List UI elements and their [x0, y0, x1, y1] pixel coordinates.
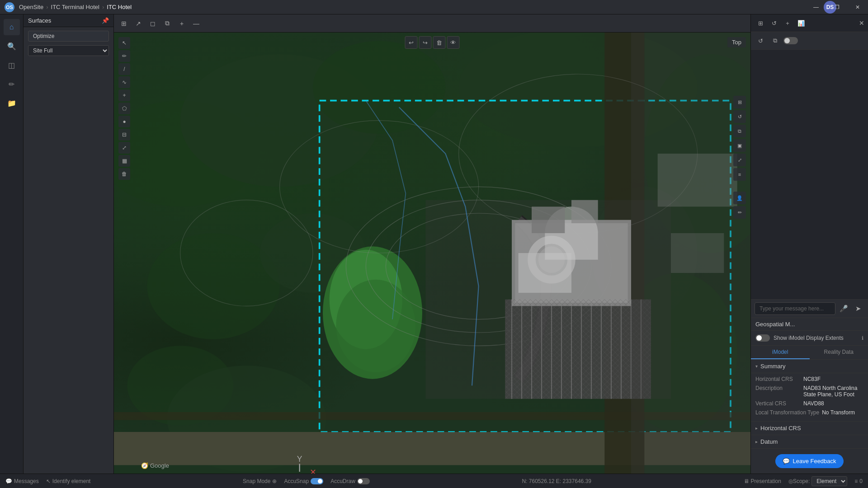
eye-btn[interactable]: 👁 — [447, 36, 460, 49]
vcrs-key: Vertical CRS — [755, 400, 801, 407]
vp-rotate-btn[interactable]: ↺ — [733, 110, 746, 123]
vp-person-btn[interactable]: 👤 — [733, 192, 746, 204]
show-extents-toggle[interactable] — [755, 334, 770, 342]
snap-icon: ⊕ — [272, 478, 277, 484]
vp-screen-btn[interactable]: ▣ — [733, 139, 746, 152]
view-label: Top — [727, 37, 746, 47]
accu-draw-label: AccuDraw — [330, 478, 355, 484]
presentation-label: Presentation — [751, 478, 781, 484]
accu-snap-toggle[interactable] — [311, 478, 323, 484]
window-controls: — ❐ ✕ — [806, 0, 868, 14]
rp-icon-grid[interactable]: ⊞ — [755, 17, 766, 29]
vp-pencil-tool[interactable]: ✏ — [118, 50, 130, 62]
breadcrumb-sep1: › — [46, 4, 48, 10]
rp-copy-btn[interactable]: ⧉ — [769, 35, 781, 47]
vp-expand-btn[interactable]: ⤢ — [733, 154, 746, 166]
svg-rect-51 — [658, 154, 737, 206]
rp-toggle[interactable] — [783, 37, 798, 44]
rp-close-btn[interactable]: ✕ — [859, 19, 864, 27]
vp-shape-tool[interactable]: ⬠ — [118, 103, 130, 114]
vp-delete-tool[interactable]: 🗑 — [118, 168, 130, 180]
sidebar-item-home[interactable]: ⌂ — [4, 19, 20, 35]
vp-expand-tool[interactable]: ⤢ — [118, 142, 130, 154]
sidebar-item-layers[interactable]: ◫ — [4, 57, 20, 73]
breadcrumb-app: OpenSite — [19, 4, 43, 10]
summary-header[interactable]: ▾ Summary — [751, 360, 868, 373]
compass-icon: 🧭 — [141, 462, 148, 469]
sidebar-item-search[interactable]: 🔍 — [4, 38, 20, 54]
restore-button[interactable]: ❐ — [826, 0, 847, 14]
tab-reality-data[interactable]: Reality Data — [810, 346, 868, 359]
vp-select-tool[interactable]: ↖ — [118, 37, 130, 49]
site-dropdown[interactable]: Site Full Site Partial Custom — [28, 45, 109, 56]
redo-btn[interactable]: ↪ — [419, 36, 432, 49]
summary-row-transform: Local Transformation Type No Transform — [755, 409, 863, 416]
vp-grid-tool[interactable]: ▦ — [118, 155, 130, 167]
geo-panel: Geospatial M... Show iModel Display Exte… — [751, 318, 868, 474]
vp-nav-btn[interactable]: ⊞ — [733, 96, 746, 108]
vp-line-tool[interactable]: / — [118, 63, 130, 75]
viewport-left-toolbar: ↖ ✏ / ∿ + ⬠ ● ⊟ ⤢ ▦ 🗑 — [118, 37, 130, 180]
toolbar-minus-btn[interactable]: — — [190, 17, 203, 30]
svg-rect-52 — [671, 233, 724, 273]
toolbar-grid-btn[interactable]: ⊞ — [118, 17, 130, 30]
sb-identify[interactable]: ↖ Identify element — [46, 478, 91, 484]
toolbar-overlap-btn[interactable]: ⧉ — [161, 17, 174, 30]
vp-list-btn[interactable]: ≡ — [733, 168, 746, 181]
vp-view-btn[interactable]: ⧉ — [733, 125, 746, 137]
toolbar-rect-btn[interactable]: ◻ — [146, 17, 159, 30]
vp-plus-tool[interactable]: + — [118, 89, 130, 101]
chat-input[interactable] — [755, 302, 835, 315]
building-overlay: Y ✕ — [114, 33, 750, 474]
app-icon: OS — [5, 2, 14, 12]
summary-chevron: ▾ — [755, 364, 758, 369]
sb-coordinates: N: 760526.12 E: 2337646.39 — [522, 478, 591, 484]
datum-section[interactable]: ▸ Datum — [751, 435, 868, 449]
rp-icon-plus[interactable]: + — [782, 17, 793, 29]
titlebar: OS OpenSite › ITC Terminal Hotel › ITC H… — [0, 0, 868, 14]
sb-messages[interactable]: 💬 Messages — [5, 478, 39, 484]
optimize-button[interactable]: Optimize — [28, 31, 109, 42]
panel-pin-icon[interactable]: 📌 — [102, 17, 109, 24]
sb-accu-draw: AccuDraw — [330, 478, 370, 484]
scope-label: ◎Scope: — [788, 478, 810, 484]
info-icon[interactable]: ℹ — [862, 335, 863, 341]
accu-snap-label: AccuSnap — [284, 478, 309, 484]
minimize-button[interactable]: — — [806, 0, 826, 14]
tab-imodel[interactable]: iModel — [751, 346, 810, 359]
feedback-icon: 💬 — [783, 458, 790, 465]
breadcrumb-item1[interactable]: ITC Terminal Hotel — [51, 4, 99, 10]
undo-btn[interactable]: ↩ — [405, 36, 418, 49]
delete-btn[interactable]: 🗑 — [433, 36, 446, 49]
vp-table-tool[interactable]: ⊟ — [118, 129, 130, 141]
hcrs-section-title: Horizontal CRS — [760, 425, 801, 432]
mic-btn[interactable]: 🎤 — [837, 302, 850, 315]
vp-dot-tool[interactable]: ● — [118, 116, 130, 127]
rp-refresh-btn[interactable]: ↺ — [755, 35, 766, 47]
sidebar-item-briefcase[interactable]: 📁 — [4, 95, 20, 111]
left-sidebar: ⌂ 🔍 ◫ ✏ 📁 — [0, 14, 24, 474]
send-btn[interactable]: ➤ — [852, 302, 864, 315]
breadcrumb: OpenSite › ITC Terminal Hotel › ITC Hote… — [19, 4, 132, 10]
sidebar-item-pencil[interactable]: ✏ — [4, 76, 20, 92]
rp-icon-chart[interactable]: 📊 — [795, 17, 807, 29]
desc-val: NAD83 North Carolina State Plane, US Foo… — [803, 385, 863, 398]
dropdown-row: Site Full Site Partial Custom — [28, 45, 109, 56]
vp-curve-tool[interactable]: ∿ — [118, 76, 130, 88]
accu-draw-toggle[interactable] — [357, 478, 370, 484]
leave-feedback-button[interactable]: 💬 Leave Feedback — [775, 454, 843, 468]
svg-point-6 — [147, 233, 279, 339]
desc-key: Description — [755, 385, 801, 398]
main-layout: ⌂ 🔍 ◫ ✏ 📁 Surfaces 📌 Optimize Site Full … — [0, 14, 868, 474]
scope-select[interactable]: Element Model — [811, 476, 847, 486]
viewport[interactable]: Y ✕ ↖ ✏ / ∿ + ⬠ ● ⊟ ⤢ ▦ 🗑 ↩ — [114, 33, 750, 474]
rp-icon-refresh[interactable]: ↺ — [768, 17, 780, 29]
toolbar-arrow-btn[interactable]: ↗ — [132, 17, 145, 30]
count-icon: ≡ — [854, 478, 858, 484]
svg-rect-49 — [505, 300, 651, 399]
vp-edit-btn[interactable]: ✏ — [733, 206, 746, 219]
close-button[interactable]: ✕ — [847, 0, 868, 14]
horizontal-crs-section[interactable]: ▸ Horizontal CRS — [751, 422, 868, 435]
rp-top-icons: ⊞ ↺ + 📊 ✕ — [751, 14, 868, 32]
toolbar-add-btn[interactable]: + — [175, 17, 188, 30]
